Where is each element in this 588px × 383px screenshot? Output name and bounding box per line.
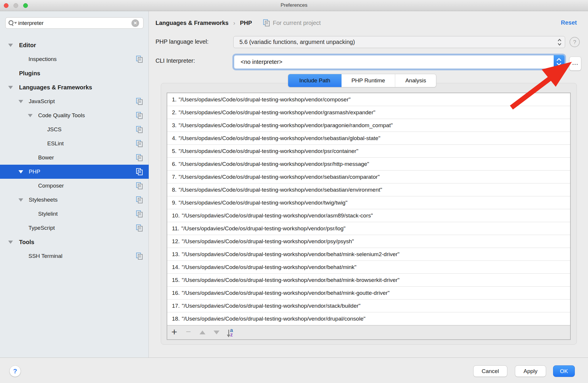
breadcrumb-separator: › <box>233 20 235 26</box>
include-path-row[interactable]: 1."/Users/opdavies/Code/os/drupal-testin… <box>167 93 570 106</box>
include-path-row[interactable]: 4."/Users/opdavies/Code/os/drupal-testin… <box>167 132 570 145</box>
project-settings-icon <box>136 56 143 62</box>
include-path-row[interactable]: 6."/Users/opdavies/Code/os/drupal-testin… <box>167 158 570 171</box>
breadcrumb-languages-frameworks[interactable]: Languages & Frameworks <box>156 20 229 26</box>
include-path-row[interactable]: 10."/Users/opdavies/Code/os/drupal-testi… <box>167 209 570 222</box>
sidebar-item-jscs[interactable]: JSCS <box>0 122 149 137</box>
project-settings-icon <box>263 19 270 26</box>
help-button[interactable]: ? <box>9 365 21 377</box>
tab-include-path[interactable]: Include Path <box>288 74 342 87</box>
list-toolbar: + − az <box>167 325 570 339</box>
move-down-icon[interactable] <box>209 326 224 339</box>
help-icon[interactable]: ? <box>570 37 580 47</box>
cli-interpreter-select[interactable]: <no interpreter> <box>234 55 565 69</box>
stepper-icon[interactable] <box>557 38 562 47</box>
project-settings-icon <box>136 112 143 119</box>
include-path-row[interactable]: 14."/Users/opdavies/Code/os/drupal-testi… <box>167 261 570 274</box>
include-path-row[interactable]: 17."/Users/opdavies/Code/os/drupal-testi… <box>167 299 570 312</box>
sidebar-item-editor[interactable]: Editor <box>0 38 149 52</box>
settings-tree: Editor Inspections Plugins Languages & F… <box>0 38 149 263</box>
include-path-row[interactable]: 15."/Users/opdavies/Code/os/drupal-testi… <box>167 274 570 287</box>
sidebar-item-javascript[interactable]: JavaScript <box>0 94 149 108</box>
include-path-row[interactable]: 16."/Users/opdavies/Code/os/drupal-testi… <box>167 287 570 299</box>
browse-interpreters-button[interactable]: … <box>569 57 581 71</box>
include-path-row[interactable]: 7."/Users/opdavies/Code/os/drupal-testin… <box>167 171 570 183</box>
add-icon[interactable]: + <box>167 326 181 339</box>
language-level-label: PHP language level: <box>156 38 209 45</box>
chevron-down-icon[interactable] <box>18 100 23 103</box>
include-path-row[interactable]: 18."/Users/opdavies/Code/os/drupal-testi… <box>167 312 570 325</box>
chevron-down-icon[interactable] <box>18 170 23 173</box>
apply-button[interactable]: Apply <box>515 365 546 377</box>
project-settings-icon <box>136 140 143 147</box>
sidebar-item-ssh-terminal[interactable]: SSH Terminal <box>0 249 149 263</box>
project-settings-icon <box>136 196 143 203</box>
sidebar-item-php[interactable]: PHP <box>0 165 149 179</box>
chevron-down-icon[interactable] <box>8 86 13 89</box>
stepper-icon[interactable] <box>554 55 565 69</box>
ok-button[interactable]: OK <box>553 365 575 377</box>
include-path-row[interactable]: 9."/Users/opdavies/Code/os/drupal-testin… <box>167 196 570 209</box>
include-path-row[interactable]: 8."/Users/opdavies/Code/os/drupal-testin… <box>167 183 570 196</box>
project-settings-icon <box>136 154 143 161</box>
breadcrumb: Languages & Frameworks › PHP For current… <box>156 19 321 26</box>
tab-php-runtime[interactable]: PHP Runtime <box>342 74 395 87</box>
cli-interpreter-label: CLI Interpreter: <box>156 57 195 64</box>
tab-analysis[interactable]: Analysis <box>395 74 436 87</box>
move-up-icon[interactable] <box>195 326 209 339</box>
search-options-chevron-icon[interactable] <box>14 22 17 24</box>
project-settings-icon <box>136 168 143 175</box>
settings-search-box[interactable]: ✕ <box>5 17 143 29</box>
search-input[interactable] <box>17 20 131 26</box>
project-settings-icon <box>136 182 143 189</box>
chevron-down-icon[interactable] <box>8 241 13 244</box>
search-icon <box>8 20 17 26</box>
sidebar-item-inspections[interactable]: Inspections <box>0 52 149 66</box>
include-path-row[interactable]: 3."/Users/opdavies/Code/os/drupal-testin… <box>167 119 570 132</box>
sidebar-item-tools[interactable]: Tools <box>0 235 149 249</box>
project-settings-icon <box>136 98 143 105</box>
breadcrumb-php: PHP <box>240 20 252 26</box>
sort-alpha-icon[interactable]: az <box>224 326 238 339</box>
footer-bar: ? Cancel Apply OK <box>0 358 588 383</box>
reset-link[interactable]: Reset <box>561 19 577 26</box>
chevron-down-icon[interactable] <box>8 44 13 47</box>
title-bar: Preferences <box>0 0 588 11</box>
project-settings-icon <box>136 224 143 231</box>
project-settings-icon <box>136 253 143 259</box>
window-title: Preferences <box>0 2 588 8</box>
sidebar-item-plugins[interactable]: Plugins <box>0 66 149 80</box>
sidebar-item-composer[interactable]: Composer <box>0 179 149 193</box>
language-level-select[interactable]: 5.6 (variadic functions, argument unpack… <box>233 36 565 48</box>
include-path-row[interactable]: 2."/Users/opdavies/Code/os/drupal-testin… <box>167 106 570 119</box>
include-path-list: 1."/Users/opdavies/Code/os/drupal-testin… <box>167 93 571 340</box>
preferences-window: { "window": { "title": "Preferences" }, … <box>0 0 588 383</box>
sidebar-item-eslint[interactable]: ESLint <box>0 137 149 151</box>
project-settings-icon <box>136 126 143 133</box>
remove-icon[interactable]: − <box>181 326 195 339</box>
clear-search-icon[interactable]: ✕ <box>131 19 139 27</box>
include-path-row[interactable]: 5."/Users/opdavies/Code/os/drupal-testin… <box>167 145 570 158</box>
sidebar-item-bower[interactable]: Bower <box>0 151 149 165</box>
settings-sidebar: ✕ Editor Inspections Plugins Languages &… <box>0 11 149 358</box>
sidebar-item-stylesheets[interactable]: Stylesheets <box>0 193 149 207</box>
include-path-row[interactable]: 13."/Users/opdavies/Code/os/drupal-testi… <box>167 248 570 261</box>
sidebar-item-typescript[interactable]: TypeScript <box>0 221 149 235</box>
php-settings-tabs: Include Path PHP Runtime Analysis <box>288 74 436 87</box>
sidebar-item-code-quality-tools[interactable]: Code Quality Tools <box>0 108 149 122</box>
scope-label: For current project <box>263 19 321 26</box>
chevron-down-icon[interactable] <box>18 198 23 202</box>
include-path-row[interactable]: 12."/Users/opdavies/Code/os/drupal-testi… <box>167 235 570 248</box>
sidebar-item-languages-frameworks[interactable]: Languages & Frameworks <box>0 80 149 94</box>
project-settings-icon <box>136 210 143 217</box>
chevron-down-icon[interactable] <box>28 114 33 117</box>
sidebar-item-stylelint[interactable]: Stylelint <box>0 207 149 221</box>
include-path-row[interactable]: 11."/Users/opdavies/Code/os/drupal-testi… <box>167 222 570 235</box>
cancel-button[interactable]: Cancel <box>473 365 507 377</box>
